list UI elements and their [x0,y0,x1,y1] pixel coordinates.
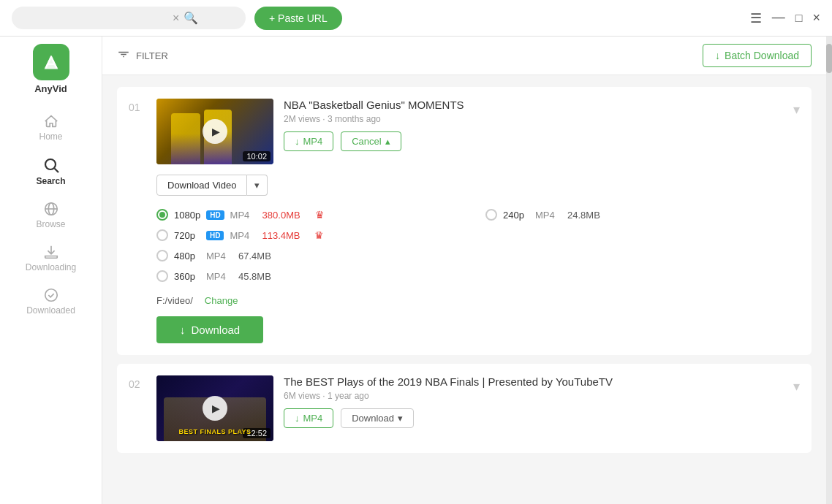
download-panel-1: Download Video ▾ 1080p HD [156,175,800,343]
scrollbar-track[interactable] [826,37,832,504]
video-title-1: NBA "Basketball Genius" MOMENTS [284,99,783,111]
filter-icon [117,49,130,62]
sidebar-item-home[interactable]: Home [0,106,102,149]
format-1080: MP4 [230,210,257,221]
size-720: 113.4MB [262,230,309,241]
result-item-2: 02 ▶ BEST FINALS PLAYS 12:52 [117,364,812,453]
radio-360[interactable] [156,270,168,282]
video-title-2: The BEST Plays of the 2019 NBA Finals | … [284,375,783,388]
sidebar-item-downloaded[interactable]: Downloaded [0,280,102,323]
radio-720[interactable] [156,229,168,241]
downloaded-icon [43,287,59,303]
sidebar-browse-label: Browse [36,219,65,229]
radio-480[interactable] [156,250,168,261]
window-controls: ☰ — □ × [750,10,820,26]
search-input[interactable]: basketball [22,12,168,24]
download-arrow-icon-2: ↓ [295,413,300,424]
download-type-arrow[interactable]: ▾ [247,175,268,196]
chevron-up-icon-1: ▴ [385,136,390,147]
result-num-1: 01 [129,99,146,113]
quality-row-360: 360p MP4 45.8MB [156,267,471,285]
sidebar: AnyVid Home Search Browse [0,37,102,504]
download-type-select[interactable]: Download Video [156,175,247,196]
size-360: 45.8MB [238,271,285,282]
download-type-label: Download Video [167,180,236,191]
chevron-down-2[interactable]: ▾ [793,375,800,394]
clear-icon[interactable]: × [173,12,179,24]
sidebar-item-search[interactable]: Search [0,149,102,194]
save-path: F:/video/ [156,295,193,306]
sidebar-item-browse[interactable]: Browse [0,194,102,237]
quality-row-1080: 1080p HD MP4 380.0MB ♛ [156,206,471,224]
maximize-icon[interactable]: □ [795,12,803,25]
main-layout: AnyVid Home Search Browse [0,37,832,504]
play-button-2[interactable]: ▶ [203,396,227,421]
scrollbar-thumb[interactable] [826,44,832,73]
download-btn-label: Download [192,324,241,336]
video-thumbnail-2[interactable]: ▶ BEST FINALS PLAYS 12:52 [156,375,273,441]
batch-download-label: Batch Download [725,50,799,61]
format-360: MP4 [206,271,232,282]
video-meta-2: 6M views · 1 year ago [284,391,783,401]
radio-240[interactable] [485,209,497,221]
svg-line-3 [54,169,58,173]
close-icon[interactable]: × [812,10,820,26]
res-360-label: 360p [174,271,200,282]
cancel-button-1[interactable]: Cancel ▴ [341,131,401,151]
hd-badge-720: HD [206,231,224,240]
result-num-2: 02 [129,375,146,390]
logo-icon [40,51,62,73]
search-icon: 🔍 [184,11,198,25]
crown-720: ♛ [314,229,324,241]
svg-point-2 [45,159,56,169]
quality-row-720: 720p HD MP4 113.4MB ♛ [156,226,471,244]
paste-url-button[interactable]: + Paste URL [254,7,342,30]
sidebar-downloading-label: Downloading [26,262,76,272]
mp4-label-2: MP4 [303,413,323,424]
content-area: FILTER ↓ Batch Download 01 [102,37,826,504]
filter-button[interactable]: FILTER [117,49,168,62]
filter-bar: FILTER ↓ Batch Download [102,37,826,75]
res-720-label: 720p [174,230,200,241]
format-720: MP4 [230,230,256,241]
size-240: 24.8MB [567,210,614,221]
download-button-1[interactable]: ↓ Download [156,316,263,343]
cancel-label-1: Cancel [352,136,381,147]
results-list: 01 ▶ 10:02 NBA "Basketball [102,75,826,504]
result-item-1: 01 ▶ 10:02 NBA "Basketball [117,87,812,355]
format-240: MP4 [535,210,561,221]
filter-label: FILTER [136,50,168,61]
download-label-2: Download [352,413,394,424]
video-thumbnail-1[interactable]: ▶ 10:02 [156,99,273,164]
browse-icon [43,201,59,217]
sidebar-search-label: Search [36,176,65,186]
size-1080: 380.0MB [262,210,309,221]
play-button-1[interactable]: ▶ [203,119,227,144]
chevron-down-icon-2: ▾ [398,413,403,424]
sidebar-downloaded-label: Downloaded [26,305,75,316]
sidebar-home-label: Home [39,131,62,142]
batch-download-icon: ↓ [715,50,720,61]
quality-row-240: 240p MP4 24.8MB [485,206,800,224]
menu-icon[interactable]: ☰ [750,10,762,26]
mp4-button-2[interactable]: ↓ MP4 [284,408,333,428]
mp4-label-1: MP4 [303,136,323,147]
change-path-link[interactable]: Change [205,295,238,306]
mp4-button-1[interactable]: ↓ MP4 [284,131,333,151]
batch-download-button[interactable]: ↓ Batch Download [703,44,812,67]
download-button-2[interactable]: Download ▾ [341,408,414,428]
chevron-down-1[interactable]: ▾ [793,99,800,118]
app-logo [33,44,69,80]
size-480: 67.4MB [238,251,285,261]
download-btn-icon: ↓ [180,324,186,336]
app-name-label: AnyVid [34,83,67,94]
crown-1080: ♛ [315,209,325,221]
download-arrow-icon-1: ↓ [295,136,300,147]
video-meta-1: 2M views · 3 months ago [284,114,783,124]
downloading-icon [43,244,59,260]
quality-row-480: 480p MP4 67.4MB [156,247,471,264]
radio-1080[interactable] [156,209,168,221]
res-1080-label: 1080p [174,210,200,221]
minimize-icon[interactable]: — [772,10,785,23]
sidebar-item-downloading[interactable]: Downloading [0,237,102,280]
